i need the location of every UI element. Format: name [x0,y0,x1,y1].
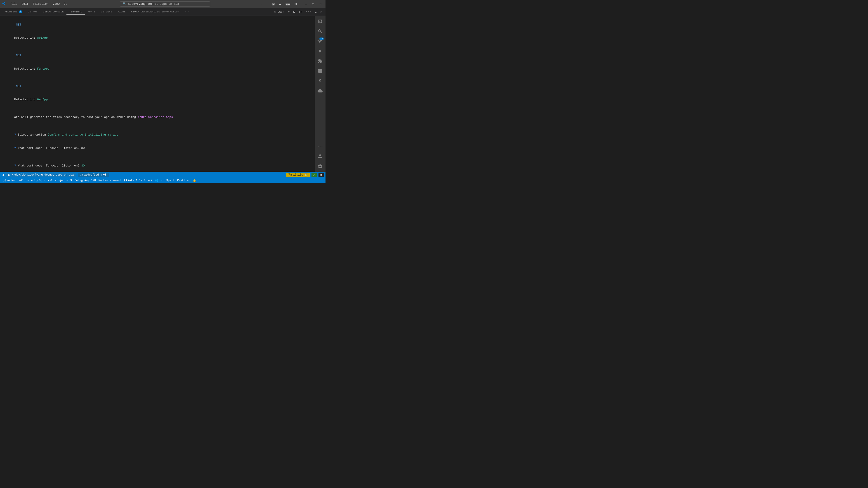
git-icon: ⎇ [3,179,6,182]
git-branch-item[interactable]: ⎇ azdevfied* ↕ ⊙ [2,178,30,183]
kill-terminal-button[interactable]: 🗑 [298,9,303,14]
sync-icon: ↕ [24,179,26,182]
question-answer: 80 [81,164,85,167]
more-menu[interactable]: ··· [69,2,78,6]
ports-count: 0 [51,179,52,182]
count2-item[interactable]: ⊞ 2 [147,178,154,183]
check-icon: ✓ [161,179,163,182]
projects-item[interactable]: Projects: 3 [53,178,73,183]
question-answer: Confirm and continue initializing my app [48,133,118,136]
spell-label: Spell [166,179,175,182]
tab-ports-label: PORTS [88,10,96,13]
tab-gitlens[interactable]: GITLENS [98,9,115,14]
list-item: Detected in: ApiApp [4,31,311,45]
close-button[interactable]: ✕ [317,1,324,7]
info-icon2: ℹ [124,179,125,182]
terminal-branch[interactable]: ⎇ azdevfied ✎ +3 [78,173,108,177]
list-item: .NET [4,49,311,62]
ports-icon: ⊗ [48,179,50,182]
remote-explorer-icon[interactable] [315,66,324,75]
tab-problems[interactable]: PROBLEMS 5 [2,9,25,15]
debug-item[interactable]: Debug Any CPU [73,178,97,183]
errors-item[interactable]: ⊗ 0 ⚠ 0 ℹ 5 [30,178,46,183]
view-menu[interactable]: View [51,2,61,6]
extensions-icon[interactable] [315,57,324,66]
menu-bar: File Edit Selection View Go ··· [8,2,79,6]
edit-menu[interactable]: Edit [20,2,30,6]
split-terminal-button[interactable]: ⊟ [292,9,296,14]
tab-azure[interactable]: AZURE [115,9,128,14]
warnings-count: 0 [39,179,40,182]
test-icon[interactable] [315,76,324,86]
detected-text: Detected in: [14,36,37,39]
detected-text: Detected in: [14,98,37,101]
search-icon[interactable] [315,27,324,36]
go-menu[interactable]: Go [62,2,69,6]
prettier-icon-item[interactable]: 🌐 [154,178,160,183]
search-icon: 🔍 [123,2,126,6]
tab-terminal-label: TERMINAL [69,10,82,13]
list-item: .NET [4,80,311,93]
env-label: No Environment [98,179,121,182]
app-name: FuncApp [37,67,50,70]
more-icon[interactable]: ··· [315,142,324,151]
nav-back-button[interactable]: ← [252,1,257,7]
question-answer: 80 [81,147,85,150]
accounts-icon[interactable] [315,152,324,161]
environment-item[interactable]: No Environment [97,178,123,183]
tab-more-label: ··· [185,10,189,13]
tab-ports[interactable]: PORTS [85,9,98,14]
status-bar: ⎇ azdevfied* ↕ ⊙ ⊗ 0 ⚠ 0 ℹ 5 ⊗ 0 Project… [0,178,326,183]
timer-text: 7m 17.17s [288,173,303,176]
title-actions: ← → ▣ ▬ ▣▣ ⊞ — ❐ ✕ [252,1,324,7]
layout1-icon[interactable]: ▣ [271,1,276,7]
title-search-area: 🔍 azdevfying-dotnet-apps-on-aca [80,1,250,6]
maximize-button[interactable]: ❐ [310,1,316,7]
list-item: Detected in: WebApp [4,93,311,106]
layout2-icon[interactable]: ▬ [277,1,283,7]
spell-item[interactable]: ✓ 5 Spell [160,178,176,183]
question-mark: ? [14,164,18,167]
settings-icon[interactable] [315,162,324,171]
run-debug-icon[interactable] [315,46,324,56]
explorer-icon[interactable] [315,17,324,26]
tab-more[interactable]: ··· [182,9,192,14]
hourglass-icon: ⌛ [304,173,307,177]
panel-close-button[interactable]: ✕ [319,9,324,14]
branch-icon: ⎇ [80,173,83,177]
tab-kiota-label: KIOTA DEPENDENCIES INFORMATION [131,10,179,13]
layout3-icon[interactable]: ▣▣ [284,1,292,7]
panel-chevron-button[interactable]: ⌄ [313,9,318,14]
search-box[interactable]: 🔍 azdevfying-dotnet-apps-on-aca [120,1,210,6]
terminal-area[interactable]: .NET Detected in: ApiApp .NET Detected i… [0,16,315,172]
selection-menu[interactable]: Selection [31,2,50,6]
activity-bar: 14 ··· [315,16,326,172]
layout4-icon[interactable]: ⊞ [293,1,299,7]
kiota-item[interactable]: ℹ kiota 1.17.0 [123,178,147,183]
dotnet-label: .NET [14,54,21,57]
add-terminal-button[interactable]: + [286,9,291,14]
bell-item[interactable]: 🔔 [191,178,197,183]
terminal-path[interactable]: 🖥 ~/dev/dk/azdevfying-dotnet-apps-on-aca [5,173,76,177]
source-control-icon[interactable]: 14 [315,37,324,46]
tab-debug-console[interactable]: DEBUG CONSOLE [40,9,66,14]
tab-kiota[interactable]: KIOTA DEPENDENCIES INFORMATION [128,9,182,14]
list-item: Detected in: FuncApp [4,62,311,75]
ports-item[interactable]: ⊗ 0 [46,178,53,183]
tab-output[interactable]: OUTPUT [25,9,40,14]
files-icon: ✎ [101,173,102,177]
nav-fwd-button[interactable]: → [258,1,264,7]
terminal-timer: 7m 17.17s ⌛ [286,173,310,177]
panel-more-button[interactable]: ··· [304,9,313,14]
error-icon: ✕ [320,173,322,177]
projects-label: Projects: [55,179,69,182]
info-icon: ℹ [41,179,42,182]
minimize-button[interactable]: — [303,1,309,7]
tab-terminal[interactable]: TERMINAL [66,9,85,15]
lang-item[interactable]: Prettier [176,178,192,183]
azure-cloud-icon[interactable] [315,86,324,95]
windows-icon: ⊞ [2,173,4,177]
source-control-badge: 14 [319,37,324,40]
main-layout: .NET Detected in: ApiApp .NET Detected i… [0,16,326,172]
file-menu[interactable]: File [8,2,19,6]
